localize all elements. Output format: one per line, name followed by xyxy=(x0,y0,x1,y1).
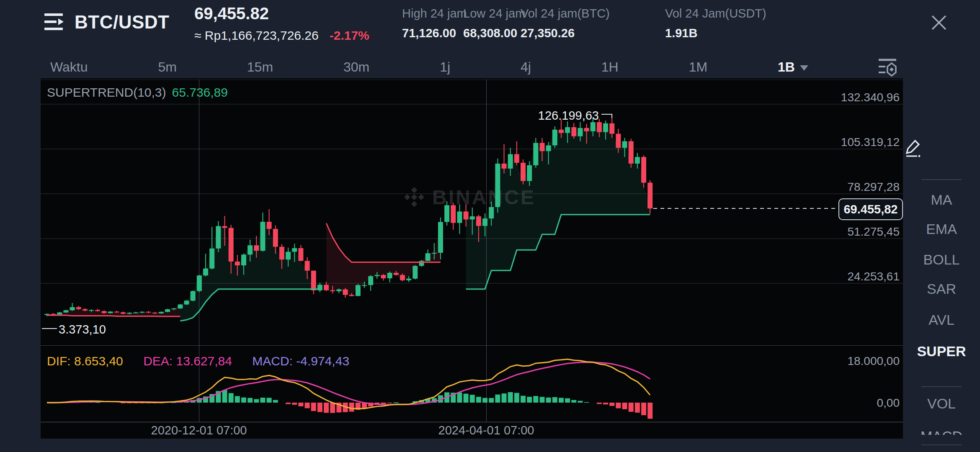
x-axis-date-2: 2024-04-01 07:00 xyxy=(415,424,557,437)
high-annotation-pointer xyxy=(601,114,612,118)
sidebar-divider xyxy=(921,179,962,180)
sidebar-item-super[interactable]: SUPER xyxy=(903,343,980,360)
sidebar-item-vol[interactable]: VOL xyxy=(903,396,980,412)
supertrend-value: 65.736,89 xyxy=(172,85,228,99)
sidebar-item-boll[interactable]: BOLL xyxy=(903,252,980,268)
sidebar-divider xyxy=(921,386,962,387)
y-axis-label: 105.319,12 xyxy=(841,136,900,149)
dif-value: DIF: 8.653,40 xyxy=(47,354,123,368)
y-axis-label: 24.253,61 xyxy=(847,270,900,283)
supertrend-legend: SUPERTREND(10,3)65.736,89 xyxy=(47,85,228,100)
sidebar-item-ma[interactable]: MA xyxy=(903,192,980,208)
sidebar-item-avl[interactable]: AVL xyxy=(903,312,980,328)
macd-value: MACD: -4.974,43 xyxy=(252,354,349,368)
sidebar-item-clipped[interactable]: MACD xyxy=(916,430,967,435)
macd-legend: DIF: 8.653,40 DEA: 13.627,84 MACD: -4.97… xyxy=(47,354,366,368)
price-chart[interactable]: 132.340,96 105.319,12 78.297,28 51.275,4… xyxy=(0,0,980,452)
trading-chart-screen: BTC/USDT 69,455.82 ≈ Rp1,166,723,726.26-… xyxy=(0,0,980,452)
pencil-icon xyxy=(903,138,922,158)
dea-value: DEA: 13.627,84 xyxy=(143,354,232,368)
y-axis-label: 78.297,28 xyxy=(847,180,900,193)
macd-axis-zero-label: 0,00 xyxy=(877,396,900,409)
high-annotation-label: 126.199,63 xyxy=(538,109,599,122)
current-price-tag: 69.455,82 xyxy=(838,198,903,220)
sidebar-item-ema[interactable]: EMA xyxy=(903,221,980,237)
sidebar-divider xyxy=(921,444,962,445)
sidebar-item-sar[interactable]: SAR xyxy=(903,281,980,297)
x-axis-date-1: 2020-12-01 07:00 xyxy=(128,424,270,437)
y-axis-label: 51.275,45 xyxy=(847,225,900,238)
macd-axis-top-label: 18.000,00 xyxy=(847,354,900,367)
supertrend-label: SUPERTREND(10,3) xyxy=(47,85,166,99)
low-annotation-label: 3.373,10 xyxy=(59,323,106,336)
indicator-sidebar: MA EMA BOLL SAR AVL SUPER VOL MACD xyxy=(903,56,980,452)
draw-tool-button[interactable] xyxy=(903,138,980,158)
y-axis-label: 132.340,96 xyxy=(841,91,900,104)
